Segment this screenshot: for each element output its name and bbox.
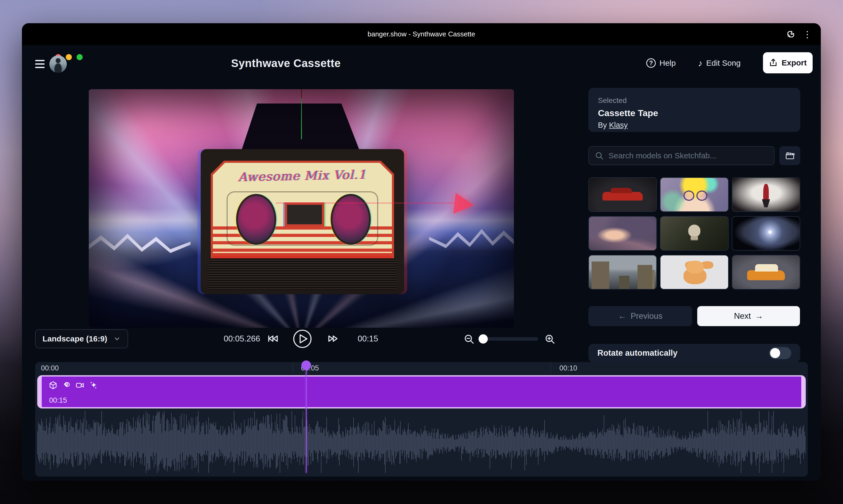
model-grid	[588, 177, 800, 289]
timeline-panel[interactable]: 00:00 00:05 00:10	[35, 362, 808, 476]
aspect-ratio-dropdown[interactable]: Landscape (16:9)	[35, 329, 128, 348]
music-note-icon: ♪	[698, 58, 703, 68]
export-button[interactable]: Export	[763, 52, 813, 73]
vignette	[89, 89, 514, 328]
sparkles-icon	[89, 381, 98, 390]
ruler-separator	[550, 362, 551, 373]
selected-model-name: Cassette Tape	[598, 108, 791, 118]
video-camera-icon	[75, 381, 85, 390]
timeline-zoom-slider[interactable]	[480, 337, 538, 341]
current-time: 00:05.266	[210, 329, 260, 348]
arrow-left-icon: ←	[618, 311, 626, 321]
model-search[interactable]	[588, 146, 775, 165]
fast-forward-button[interactable]	[327, 329, 339, 348]
thumbnail-anime-girl[interactable]	[660, 177, 728, 212]
video-preview[interactable]: Awesome Mix Vol.1	[89, 89, 514, 328]
model-clip[interactable]: 00:15	[37, 375, 806, 409]
next-page-button[interactable]: Next →	[697, 306, 800, 326]
search-input[interactable]	[608, 151, 768, 160]
arrow-right-icon: →	[755, 311, 763, 321]
thumbnail-fantasy-warrior[interactable]	[732, 177, 800, 212]
zoom-out-icon[interactable]	[464, 334, 475, 345]
edit-song-label: Edit Song	[706, 58, 741, 68]
ruler-separator	[293, 362, 293, 373]
thumbnail-galaxy[interactable]	[732, 216, 800, 251]
thumbnail-orange-toy-car[interactable]	[732, 255, 800, 289]
titlebar: banger.show - Synthwave Cassette ⋮	[22, 23, 821, 45]
fullscreen-window-button[interactable]	[76, 54, 83, 60]
aspect-ratio-value: Landscape (16:9)	[42, 334, 107, 343]
author-link[interactable]: Klasy	[609, 121, 628, 129]
app-window: banger.show - Synthwave Cassette ⋮ Synth…	[22, 23, 821, 481]
export-icon	[769, 58, 778, 67]
rotate-automatically-label: Rotate automatically	[597, 348, 677, 358]
rotate-setting-card: Rotate automatically	[588, 344, 800, 362]
edit-song-button[interactable]: ♪ Edit Song	[698, 57, 741, 69]
menu-hamburger-button[interactable]	[35, 60, 45, 68]
thumbnail-shiba-dog[interactable]	[660, 255, 728, 289]
toggle-knob	[770, 348, 780, 358]
avatar[interactable]	[49, 55, 67, 73]
thumbnail-skull[interactable]	[660, 216, 728, 251]
audio-waveform[interactable]	[37, 411, 806, 473]
total-duration: 00:15	[352, 329, 384, 348]
next-label: Next	[734, 311, 751, 321]
thumbnail-abandoned-city[interactable]	[588, 255, 657, 289]
play-button[interactable]	[292, 329, 313, 348]
playhead-line[interactable]	[306, 369, 307, 473]
help-button[interactable]: ? Help	[646, 57, 676, 69]
previous-label: Previous	[631, 311, 663, 321]
rewind-button[interactable]	[267, 329, 279, 348]
help-icon: ?	[646, 58, 656, 68]
help-label: Help	[659, 58, 676, 68]
ruler-tick: 00:00	[41, 364, 59, 372]
spiral-icon	[62, 381, 71, 390]
by-label: By	[598, 121, 607, 129]
previous-page-button[interactable]: ← Previous	[588, 306, 692, 326]
playhead-handle[interactable]	[301, 360, 311, 370]
extensions-icon[interactable]	[786, 30, 795, 39]
clip-duration: 00:15	[49, 396, 67, 404]
selected-label: Selected	[598, 96, 791, 105]
page-title: Synthwave Cassette	[231, 57, 341, 70]
selected-model-card: Selected Cassette Tape By Klasy	[588, 88, 800, 132]
browser-menu-icon[interactable]: ⋮	[803, 30, 812, 39]
window-title: banger.show - Synthwave Cassette	[22, 23, 821, 45]
cube-3d-icon	[49, 381, 57, 390]
clapperboard-button[interactable]	[779, 146, 800, 165]
minimize-window-button[interactable]	[66, 54, 72, 60]
zoom-slider-knob[interactable]	[479, 334, 488, 344]
zoom-in-icon[interactable]	[544, 334, 555, 345]
chevron-down-icon	[113, 335, 121, 342]
thumbnail-clouds-airship[interactable]	[588, 216, 657, 251]
thumbnail-red-sports-car[interactable]	[588, 177, 657, 212]
search-icon	[595, 151, 604, 160]
rotate-toggle[interactable]	[769, 347, 791, 359]
export-label: Export	[781, 58, 807, 67]
ruler-tick: 00:10	[560, 364, 577, 372]
